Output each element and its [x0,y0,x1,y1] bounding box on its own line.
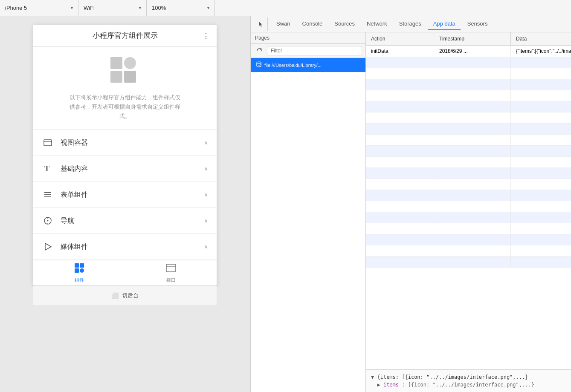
interface-icon [165,262,177,276]
table-row [366,79,571,90]
data-view-key: items [383,382,399,388]
svg-point-17 [257,62,261,63]
table-row [366,201,571,212]
devtools-header: Swan Console Sources Network Storages Ap… [251,16,571,32]
navigation-icon [42,215,54,227]
table-row [366,234,571,245]
switch-background-icon: ⬜ [111,292,119,299]
svg-rect-15 [166,264,176,272]
zoom-selector[interactable]: 100% ▾ [147,0,215,16]
page-item-selected[interactable]: file:///Users/baidu/Library/... [251,58,365,72]
pages-panel: Pages [251,32,366,392]
bottom-nav-components-label: 组件 [75,277,84,283]
menu-item-navigation[interactable]: 导航 ∨ [33,208,217,234]
svg-text:T: T [44,164,49,173]
tab-storages[interactable]: Storages [394,18,426,30]
menu-item-label-form: 表单组件 [61,190,204,199]
device-label: iPhone 5 [5,5,27,11]
view-container-icon [42,137,54,149]
menu-item-view-container[interactable]: 视图容器 ∨ [33,130,217,156]
media-icon [42,241,54,253]
data-row-initdata[interactable]: initData 2018/6/29 ... {"items":[{"icon"… [366,46,571,57]
menu-item-label-media: 媒体组件 [61,242,204,251]
pages-filter-row [251,44,365,58]
data-view-bottom: ▼ {items: [{icon: "../../images/interfac… [366,369,571,392]
data-view-colon: : [{icon: "../../images/interface.png",.… [402,382,534,388]
filter-input[interactable] [267,46,362,55]
pointer-tool-icon[interactable] [254,17,268,31]
data-view-line2: ▶ items : [{icon: "../../images/interfac… [371,381,571,389]
more-icon[interactable]: ⋮ [202,31,210,40]
simulator-panel: 小程序官方组件展示 ⋮ 以下将展示小程序官方组件能力，组件样式仅供参考，开 [0,16,250,392]
app-hero: 以下将展示小程序官方组件能力，组件样式仅供参考，开发者可根据自身需求自定义组件样… [33,47,217,130]
app-bottom-nav: 组件 接口 [33,260,217,285]
hero-icon-square1 [110,57,122,69]
data-view-text1: {items: [{icon: "../../images/interface.… [377,374,528,380]
svg-point-7 [47,220,49,222]
tab-sensors[interactable]: Sensors [462,18,493,30]
top-toolbar: iPhone 5 ▾ WiFi ▾ 100% ▾ [0,0,571,16]
device-selector[interactable]: iPhone 5 ▾ [0,0,78,16]
zoom-label: 100% [152,5,166,11]
data-rows-area: initData 2018/6/29 ... {"items":[{"icon"… [366,46,571,369]
svg-rect-14 [80,268,84,273]
devtools-panel: Swan Console Sources Network Storages Ap… [250,16,571,392]
svg-rect-13 [75,268,79,273]
components-icon [74,262,85,276]
table-row [366,90,571,101]
svg-marker-10 [45,243,51,250]
tab-sources[interactable]: Sources [329,18,360,30]
hero-desc: 以下将展示小程序官方组件能力，组件样式仅供参考，开发者可根据自身需求自定义组件样… [70,93,180,121]
wifi-selector[interactable]: WiFi ▾ [78,0,147,16]
bottom-bar-container: ⬜ 切后台 [33,285,217,305]
menu-item-basic-content[interactable]: T 基础内容 ∨ [33,156,217,182]
device-chevron-icon: ▾ [71,6,73,10]
triangle-down-icon: ▼ [371,374,377,380]
basic-content-icon: T [42,163,54,175]
menu-item-label-nav: 导航 [61,216,204,225]
svg-rect-12 [80,263,84,268]
data-table-panel: Action Timestamp Data initData 2018/6/29… [366,32,571,392]
basic-content-chevron-icon: ∨ [204,166,208,172]
tab-network[interactable]: Network [362,18,392,30]
table-row [366,146,571,157]
table-row [366,212,571,223]
table-row [366,223,571,234]
bottom-bar[interactable]: ⬜ 切后台 [33,285,217,305]
table-row [366,257,571,268]
tab-appdata[interactable]: App data [428,18,461,30]
form-chevron-icon: ∨ [204,192,208,198]
menu-item-media-components[interactable]: 媒体组件 ∨ [33,234,217,260]
table-row [366,101,571,112]
zoom-chevron-icon: ▾ [207,6,209,10]
cell-timestamp: 2018/6/29 ... [434,46,511,57]
header-timestamp: Timestamp [434,32,511,45]
table-row [366,245,571,257]
header-data: Data [511,32,571,45]
header-action: Action [366,32,434,45]
tab-console[interactable]: Console [297,18,328,30]
bottom-nav-components[interactable]: 组件 [33,260,125,285]
menu-item-form-components[interactable]: 表单组件 ∨ [33,182,217,208]
data-table-header: Action Timestamp Data [366,32,571,46]
menu-item-label-basic: 基础内容 [61,164,204,173]
wifi-chevron-icon: ▾ [139,6,141,10]
bottom-nav-interface-label: 接口 [166,277,176,283]
cell-action: initData [366,46,434,57]
table-row [366,124,571,135]
svg-rect-0 [44,140,52,146]
appdata-content: Pages [251,32,571,392]
view-container-chevron-icon: ∨ [204,140,208,146]
table-row [366,190,571,201]
bottom-nav-interface[interactable]: 接口 [125,260,217,285]
cell-data: {"items":[{"icon":"../../imag... [511,46,571,57]
hero-icon [110,57,139,86]
app-title: 小程序官方组件展示 [93,31,158,40]
switch-background-label: 切后台 [122,292,139,300]
table-row [366,57,571,68]
form-icon [42,189,54,201]
tab-swan[interactable]: Swan [271,18,296,30]
refresh-button[interactable] [254,46,264,56]
table-row [366,135,571,146]
table-row [366,179,571,190]
